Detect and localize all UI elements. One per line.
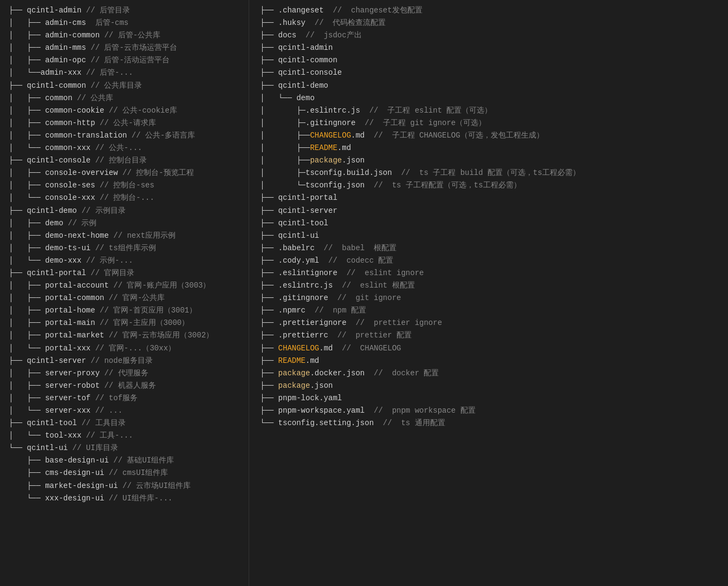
tree-row: │ ├── common-http // 公共-请求库 xyxy=(9,117,240,129)
tree-row: ├── base-design-ui // 基础UI组件库 xyxy=(9,454,240,467)
tree-row: ├── qcintl-server xyxy=(260,205,719,217)
tree-row: │ ├── admin-mms // 后管-云市场运营平台 xyxy=(9,42,240,54)
tree-row: ├── qcintl-admin // 后管目录 xyxy=(9,4,240,17)
right-tree: ├── .changeset // changeset发包配置 ├── .huk… xyxy=(260,4,719,429)
tree-row: ├── qcintl-portal // 官网目录 xyxy=(9,267,240,279)
tree-row: │ └── common-xxx // 公共-... xyxy=(9,142,240,154)
tree-row: ├── cms-design-ui // cmsUI组件库 xyxy=(9,467,240,479)
tree-row: │ ├──README.md xyxy=(260,142,719,154)
tree-row: ├── package.json xyxy=(260,380,719,392)
tree-row: │ ├── portal-market // 官网-云市场应用（3002） xyxy=(9,329,240,342)
tree-row: ├── qcintl-console xyxy=(260,67,719,79)
tree-row: └── qcintl-ui // UI库目录 xyxy=(9,442,240,454)
tree-row: ├── .cody.yml // codecc 配置 xyxy=(260,255,719,267)
tree-row: │ ├─.gitingnore // 子工程 git ignore（可选） xyxy=(260,117,719,129)
left-tree: ├── qcintl-admin // 后管目录 │ ├── admin-cms… xyxy=(9,4,240,505)
tree-row: │ ├──CHANGELOG.md // 子工程 CHANGELOG（可选，发包… xyxy=(260,129,719,142)
tree-row: ├── qcintl-tool xyxy=(260,217,719,230)
tree-row: ├── .babelrc // babel 根配置 xyxy=(260,242,719,255)
tree-row: └── xxx-design-ui // UI组件库-... xyxy=(9,492,240,505)
tree-row: │ ├── demo // 示例 xyxy=(9,217,240,230)
tree-row: │ ├── demo-next-home // next应用示例 xyxy=(9,230,240,242)
tree-row: │ ├── server-proxy // 代理服务 xyxy=(9,367,240,380)
tree-row: ├── qcintl-ui xyxy=(260,230,719,242)
right-panel: ├── .changeset // changeset发包配置 ├── .huk… xyxy=(249,0,728,586)
left-panel: ├── qcintl-admin // 后管目录 │ ├── admin-cms… xyxy=(0,0,249,586)
tree-row: ├── .gitingnore // git ignore xyxy=(260,292,719,304)
tree-row: │ ├── console-overview // 控制台-预览工程 xyxy=(9,167,240,179)
tree-row: │ ├── server-tof // tof服务 xyxy=(9,392,240,405)
tree-row: │ ├── common-cookie // 公共-cookie库 xyxy=(9,105,240,117)
tree-row: ├── .huksy // 代码检查流配置 xyxy=(260,17,719,29)
tree-row: │ └── tool-xxx // 工具-... xyxy=(9,429,240,442)
tree-row: │ ├─tsconfig.build.json // ts 子工程 build … xyxy=(260,167,719,179)
tree-row: │ └── portal-xxx // 官网-...（30xx） xyxy=(9,342,240,355)
tree-row: │ ├── console-ses // 控制台-ses xyxy=(9,179,240,192)
tree-row: ├── .npmrc // npm 配置 xyxy=(260,304,719,317)
tree-row: ├── .eslintrc.js // eslint 根配置 xyxy=(260,279,719,292)
tree-row: │ └── server-xxx // ... xyxy=(9,405,240,417)
tree-row: │ ├── server-robot // 机器人服务 xyxy=(9,380,240,392)
tree-row: ├── qcintl-demo xyxy=(260,80,719,92)
tree-row: ├── pnpm-workspace.yaml // pnpm workspac… xyxy=(260,405,719,417)
tree-row: ├── README.md xyxy=(260,355,719,367)
tree-row: ├── CHANGELOG.md // CHANGELOG xyxy=(260,342,719,355)
tree-row: ├── market-design-ui // 云市场UI组件库 xyxy=(9,480,240,492)
tree-row: │ ├── portal-home // 官网-首页应用（3001） xyxy=(9,304,240,317)
tree-row: │ ├── portal-common // 官网-公共库 xyxy=(9,292,240,304)
tree-row: ├── .changeset // changeset发包配置 xyxy=(260,4,719,17)
tree-row: │ ├──package.json xyxy=(260,154,719,167)
tree-row: │ ├── portal-main // 官网-主应用（3000） xyxy=(9,317,240,329)
tree-row: └── tsconfig.setting.json // ts 通用配置 xyxy=(260,417,719,429)
tree-row: │ ├── demo-ts-ui // ts组件库示例 xyxy=(9,242,240,255)
tree-row: │ └─tsconfig.json // ts 子工程配置（可选，ts工程必需） xyxy=(260,179,719,192)
tree-row: ├── qcintl-portal xyxy=(260,192,719,204)
tree-row: │ ├── common-translation // 公共-多语言库 xyxy=(9,129,240,142)
tree-row: ├── qcintl-admin xyxy=(260,42,719,54)
tree-row: ├── qcintl-tool // 工具目录 xyxy=(9,417,240,429)
tree-row: ├── .prettierignore // prettier ignore xyxy=(260,317,719,329)
tree-row: ├── pnpm-lock.yaml xyxy=(260,392,719,405)
tree-row: │ ├─.eslintrc.js // 子工程 eslint 配置（可选） xyxy=(260,105,719,117)
tree-row: │ └── demo xyxy=(260,92,719,105)
tree-row: │ ├── portal-account // 官网-账户应用（3003） xyxy=(9,279,240,292)
tree-row: │ └── demo-xxx // 示例-... xyxy=(9,255,240,267)
tree-row: │ └── console-xxx // 控制台-... xyxy=(9,192,240,204)
tree-row: │ ├── common // 公共库 xyxy=(9,92,240,105)
tree-row: ├── qcintl-demo // 示例目录 xyxy=(9,205,240,217)
tree-row: ├── .eslintignore // eslint ignore xyxy=(260,267,719,279)
tree-row: ├── docs // jsdoc产出 xyxy=(260,29,719,42)
tree-row: │ └──admin-xxx // 后管-... xyxy=(9,67,240,79)
tree-row: ├── qcintl-common xyxy=(260,54,719,67)
tree-row: ├── qcintl-common // 公共库目录 xyxy=(9,80,240,92)
tree-row: │ ├── admin-cms 后管-cms xyxy=(9,17,240,29)
tree-row: │ ├── admin-common // 后管-公共库 xyxy=(9,29,240,42)
tree-row: ├── qcintl-console // 控制台目录 xyxy=(9,154,240,167)
tree-row: ├── qcintl-server // node服务目录 xyxy=(9,355,240,367)
tree-row: ├── .prettierrc // prettier 配置 xyxy=(260,329,719,342)
tree-row: ├── package.docker.json // docker 配置 xyxy=(260,367,719,380)
tree-row: │ ├── admin-opc // 后管-活动运营平台 xyxy=(9,54,240,67)
